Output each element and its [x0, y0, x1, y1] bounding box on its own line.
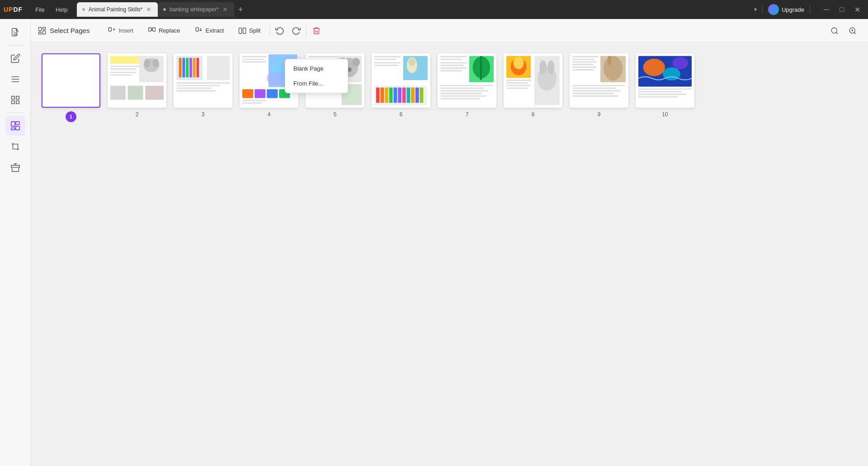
maximize-button[interactable]: □ [835, 2, 849, 17]
tabs-dropdown-arrow[interactable]: ▾ [754, 6, 757, 13]
svg-rect-119 [440, 95, 486, 97]
svg-rect-102 [415, 87, 419, 103]
svg-rect-111 [440, 62, 467, 63]
page-item-7[interactable]: 7 [438, 53, 496, 122]
delete-button[interactable] [308, 23, 325, 39]
svg-rect-54 [176, 85, 220, 86]
page-thumb-9 [570, 53, 628, 108]
page-item-3[interactable]: 3 [174, 53, 232, 122]
new-tab-button[interactable]: + [234, 3, 247, 16]
svg-rect-21 [148, 28, 151, 31]
svg-rect-53 [176, 82, 230, 84]
logo-df: DF [13, 6, 23, 13]
search-button[interactable] [826, 23, 843, 39]
page-thumb-6 [372, 53, 430, 108]
page-7-svg [439, 54, 495, 107]
svg-point-127 [547, 61, 554, 75]
svg-point-39 [144, 59, 150, 67]
svg-rect-144 [572, 93, 614, 94]
tab-animal-painting[interactable]: Animal Painting Skills* ✕ [77, 2, 158, 17]
svg-rect-101 [411, 87, 415, 103]
menu-help[interactable]: Help [50, 5, 73, 15]
svg-rect-131 [506, 87, 527, 89]
svg-rect-129 [506, 82, 528, 84]
svg-rect-107 [440, 59, 462, 60]
page-badge-1: 1 [66, 111, 76, 122]
extract-icon [195, 27, 203, 35]
svg-point-91 [408, 59, 415, 66]
insert-icon [108, 27, 116, 35]
page-item-6[interactable]: 6 [372, 53, 430, 122]
page-number-5: 5 [334, 111, 337, 118]
svg-rect-88 [374, 59, 396, 60]
svg-rect-66 [255, 89, 265, 98]
sidebar-icon-document[interactable] [5, 23, 25, 43]
page-item-2[interactable]: 2 [108, 53, 166, 122]
page-item-8[interactable]: 8 [504, 53, 562, 122]
svg-rect-115 [440, 85, 493, 86]
dropdown-item-blank-page[interactable]: Blank Page [285, 61, 348, 76]
svg-rect-99 [402, 87, 406, 103]
svg-rect-51 [193, 58, 196, 78]
rotate-right-button[interactable] [288, 23, 304, 39]
tab-banking[interactable]: banking whitepaper* ✕ [158, 2, 234, 17]
insert-button[interactable]: Insert [100, 24, 141, 38]
tab-dot-2 [163, 8, 166, 11]
page-number-2: 2 [136, 111, 139, 118]
svg-rect-151 [638, 91, 682, 92]
split-label: Split [249, 27, 260, 34]
svg-rect-95 [385, 87, 388, 103]
titlebar-divider [762, 5, 763, 14]
svg-rect-7 [16, 96, 19, 99]
svg-rect-67 [267, 89, 278, 98]
svg-rect-113 [440, 67, 467, 69]
page-item-10[interactable]: 10 [636, 53, 694, 122]
close-button[interactable]: ✕ [850, 2, 864, 17]
svg-rect-45 [145, 86, 164, 100]
sidebar-icon-edit[interactable] [5, 48, 25, 68]
sidebar-icon-list[interactable] [5, 69, 25, 89]
zoom-icon [849, 27, 857, 35]
sidebar-icon-crop[interactable] [5, 137, 25, 157]
replace-icon [148, 27, 156, 35]
rotate-left-icon [275, 26, 284, 35]
page-item-9[interactable]: 9 [570, 53, 628, 122]
page-number-8: 8 [532, 111, 535, 118]
svg-rect-134 [608, 56, 611, 65]
svg-rect-36 [110, 68, 137, 70]
menu-file[interactable]: File [30, 5, 50, 15]
split-button[interactable]: Split [231, 24, 268, 38]
tab-close-1[interactable]: ✕ [145, 6, 152, 13]
page-item-1[interactable]: 1 [42, 53, 100, 122]
svg-rect-12 [15, 126, 19, 130]
svg-rect-10 [11, 122, 14, 126]
sidebar-icon-stamp[interactable] [5, 157, 25, 177]
svg-point-126 [540, 61, 547, 75]
upgrade-button[interactable]: Upgrade [768, 4, 804, 15]
svg-rect-145 [572, 95, 618, 97]
delete-icon [312, 26, 321, 35]
titlebar-divider-2 [810, 5, 810, 14]
rotate-left-button[interactable] [272, 23, 288, 39]
minimize-button[interactable]: ─ [819, 2, 834, 17]
sidebar-icon-layout[interactable] [5, 90, 25, 110]
zoom-button[interactable] [844, 23, 861, 39]
dropdown-item-from-file[interactable]: From File... [285, 76, 348, 91]
svg-rect-70 [242, 102, 262, 104]
page-thumb-8 [504, 53, 562, 108]
svg-rect-93 [376, 87, 380, 103]
page-number-7: 7 [466, 111, 469, 118]
extract-button[interactable]: Extract [188, 24, 231, 38]
svg-rect-98 [398, 87, 401, 103]
split-icon [238, 27, 246, 35]
svg-rect-65 [242, 89, 253, 98]
tab-close-2[interactable]: ✕ [222, 6, 229, 13]
svg-rect-44 [128, 86, 143, 100]
tab-label-2: banking whitepaper* [170, 6, 219, 13]
sidebar-icon-pages[interactable] [5, 116, 25, 136]
replace-button[interactable]: Replace [141, 24, 188, 38]
rotate-right-icon [292, 26, 301, 35]
svg-rect-116 [440, 87, 484, 89]
svg-rect-11 [15, 122, 19, 124]
svg-rect-112 [440, 65, 464, 66]
